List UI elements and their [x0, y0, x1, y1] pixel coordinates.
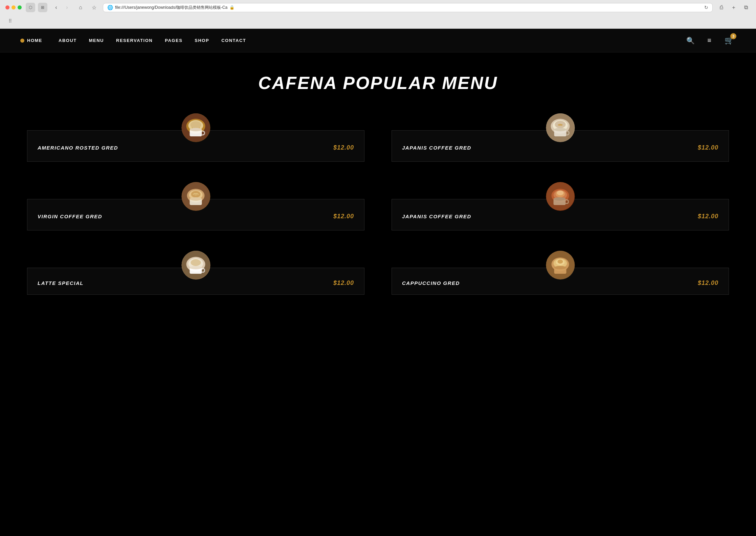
main-nav: HOME ABOUT MENU RESERVATION PAGES SHOP C…	[0, 29, 756, 52]
browser-back-forward: ‹ ›	[51, 3, 72, 12]
back-button[interactable]: ⬡	[26, 3, 35, 12]
menu-card-image-wrapper-6	[546, 251, 575, 280]
menu-item-name-1: AMERICANO ROSTED GRED	[38, 145, 118, 151]
close-window-button[interactable]	[5, 5, 9, 9]
menu-card-wrapper-6: CAPPUCCINO GRED $12.00	[392, 251, 729, 295]
menu-card-wrapper-4: JAPANIS COFFEE GRED $12.00	[392, 182, 729, 230]
nav-shop-link[interactable]: SHOP	[188, 29, 215, 52]
menu-item-name-3: VIRGIN COFFEE GRED	[38, 214, 102, 219]
new-tab-button[interactable]: ＋	[729, 3, 738, 12]
nav-right-controls: 🔍 ≡ 🛒 3	[684, 34, 736, 47]
hamburger-icon: ≡	[707, 37, 711, 44]
menu-item-image-6	[546, 251, 575, 280]
menu-hamburger-button[interactable]: ≡	[703, 35, 715, 47]
nav-pages-link[interactable]: PAGES	[159, 29, 188, 52]
svg-point-24	[553, 197, 565, 201]
menu-item-image-5	[181, 251, 210, 280]
nav-contact-link[interactable]: CONTACT	[215, 29, 252, 52]
share-button[interactable]: ⎙	[717, 3, 726, 12]
menu-item-name-5: LATTE SPECIAL	[38, 280, 84, 286]
address-bar[interactable]: 🌐 file:///Users/janewong/Downloads/咖啡饮品类…	[103, 3, 713, 12]
chevron-left-icon: ⬡	[29, 5, 32, 10]
grid-icon: ⊞	[41, 5, 44, 10]
menu-item-image-3	[181, 182, 210, 211]
coffee-svg-4	[546, 182, 575, 211]
refresh-icon[interactable]: ↻	[704, 5, 708, 10]
nav-menu-link[interactable]: MENU	[83, 29, 110, 52]
menu-item-price-1: $12.00	[333, 144, 354, 151]
window-controls	[5, 5, 22, 9]
menu-item-name-6: CAPPUCCINO GRED	[402, 280, 460, 286]
menu-item-name-4: JAPANIS COFFEE GRED	[402, 214, 471, 219]
menu-card-image-wrapper-3	[181, 182, 210, 211]
menu-item-price-2: $12.00	[698, 144, 718, 151]
svg-point-17	[190, 197, 202, 201]
menu-card-image-wrapper-1	[181, 113, 210, 142]
coffee-svg-2	[546, 113, 575, 142]
apps-button[interactable]: ⠿	[5, 16, 15, 26]
nav-home-link[interactable]: HOME	[27, 29, 42, 52]
browser-title-bar: ⬡ ⊞ ‹ › ⌂ ☆ 🌐 file:///Users/janewong/Dow…	[0, 0, 756, 15]
menu-item-name-2: JAPANIS COFFEE GRED	[402, 145, 471, 151]
coffee-svg-1	[181, 113, 210, 142]
menu-item-price-3: $12.00	[333, 213, 354, 220]
browser-toolbar: ⠿	[0, 15, 756, 28]
nav-about-link[interactable]: ABOUT	[52, 29, 83, 52]
logo-dot	[20, 39, 24, 43]
browser-right-controls: ⎙ ＋ ⧉	[717, 3, 751, 12]
menu-card-image-wrapper-4	[546, 182, 575, 211]
svg-point-5	[190, 128, 202, 131]
svg-point-35	[557, 260, 563, 264]
svg-point-28	[191, 259, 201, 266]
menu-grid: AMERICANO ROSTED GRED $12.00	[27, 113, 729, 295]
coffee-svg-5	[181, 251, 210, 280]
search-button[interactable]: 🔍	[684, 35, 696, 47]
menu-card-wrapper-5: LATTE SPECIAL $12.00	[27, 251, 364, 295]
star-button[interactable]: ☆	[89, 3, 99, 12]
grid-view-button[interactable]: ⊞	[38, 3, 47, 12]
nav-links: ABOUT MENU RESERVATION PAGES SHOP CONTAC…	[52, 29, 684, 52]
svg-point-22	[557, 191, 563, 195]
main-content: CAFENA POPULAR MENU	[0, 52, 756, 308]
menu-item-price-6: $12.00	[698, 280, 718, 287]
minimize-window-button[interactable]	[12, 5, 16, 9]
nav-reservation-link[interactable]: RESERVATION	[110, 29, 159, 52]
back-arrow-button[interactable]: ‹	[51, 3, 61, 12]
menu-item-price-5: $12.00	[333, 280, 354, 287]
cart-badge: 3	[730, 33, 736, 39]
nav-logo: HOME	[20, 29, 42, 52]
coffee-svg-6	[546, 251, 575, 280]
maximize-window-button[interactable]	[18, 5, 22, 9]
browser-nav-controls: ⬡ ⊞	[26, 3, 47, 12]
page-title: CAFENA POPULAR MENU	[27, 73, 729, 93]
menu-card-image-wrapper-5	[181, 251, 210, 280]
menu-item-image-1	[181, 113, 210, 142]
menu-item-price-4: $12.00	[698, 213, 718, 220]
home-button[interactable]: ⌂	[76, 3, 85, 12]
menu-card-image-wrapper-2	[546, 113, 575, 142]
search-icon: 🔍	[686, 37, 695, 45]
copy-button[interactable]: ⧉	[741, 3, 751, 12]
menu-item-image-2	[546, 113, 575, 142]
forward-arrow-button[interactable]: ›	[62, 3, 72, 12]
svg-point-30	[190, 266, 202, 269]
menu-card-wrapper-2: JAPANIS COFFEE GRED $12.00	[392, 113, 729, 162]
coffee-svg-3	[181, 182, 210, 211]
svg-point-37	[554, 266, 566, 269]
cart-button[interactable]: 🛒 3	[722, 34, 736, 47]
menu-item-image-4	[546, 182, 575, 211]
browser-chrome: ⬡ ⊞ ‹ › ⌂ ☆ 🌐 file:///Users/janewong/Dow…	[0, 0, 756, 29]
globe-icon: 🌐	[107, 5, 113, 10]
menu-card-wrapper-1: AMERICANO ROSTED GRED $12.00	[27, 113, 364, 162]
svg-point-11	[554, 128, 566, 131]
address-text: file:///Users/janewong/Downloads/咖啡饮品类销售…	[115, 5, 227, 10]
lock-icon: 🔒	[229, 5, 235, 10]
menu-card-wrapper-3: VIRGIN COFFEE GRED $12.00	[27, 182, 364, 230]
